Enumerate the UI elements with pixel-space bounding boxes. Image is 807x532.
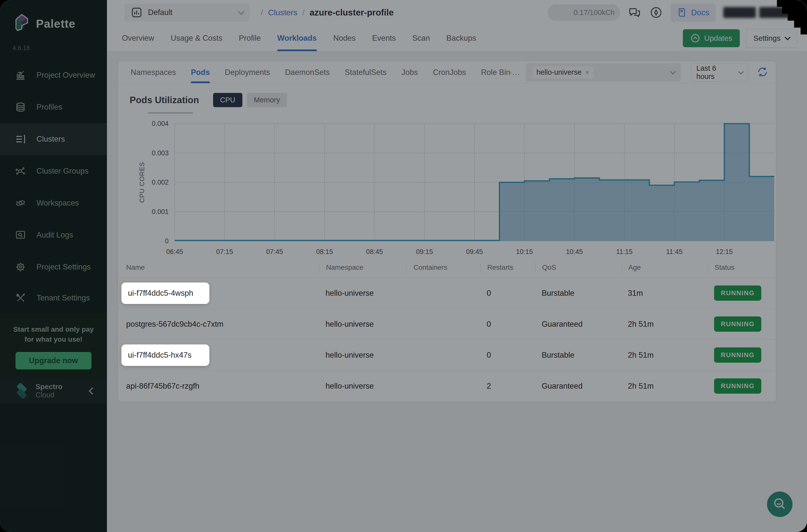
pod-name: ui-f7ff4ddc5-4wsph [128, 289, 193, 298]
tour-spotlight-pod-name: ui-f7ff4ddc5-hx47s [121, 344, 209, 366]
app-window: Palette 4.6.18 Project Overview Profiles… [0, 0, 807, 532]
tour-dim-overlay [0, 0, 807, 532]
pod-name: ui-f7ff4ddc5-hx47s [128, 351, 191, 360]
tour-spotlight-pod-name: ui-f7ff4ddc5-4wsph [121, 283, 209, 304]
